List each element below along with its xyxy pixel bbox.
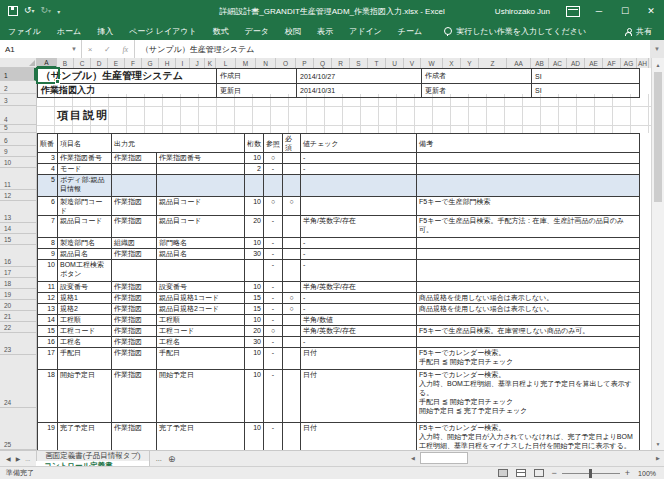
cancel-formula-icon[interactable]: × bbox=[88, 45, 93, 54]
updated-label-cell[interactable]: 更新日 bbox=[217, 84, 297, 98]
created-label-cell[interactable]: 作成日 bbox=[217, 69, 297, 84]
cell-digits[interactable] bbox=[245, 175, 264, 197]
row-header[interactable]: 6 bbox=[0, 133, 36, 146]
cell-ref[interactable]: ○ bbox=[264, 197, 283, 216]
ribbon-display-options-icon[interactable] bbox=[560, 0, 586, 22]
scroll-left-icon[interactable]: ◀ bbox=[408, 452, 418, 465]
cell-src2[interactable]: 完了予定日 bbox=[157, 423, 245, 451]
column-header[interactable]: I bbox=[176, 58, 190, 68]
cell-src1[interactable]: 作業指図 bbox=[112, 216, 157, 238]
prev-sheet-icon[interactable]: ◀ bbox=[6, 455, 11, 462]
cell-no[interactable]: 16 bbox=[38, 337, 58, 348]
cell-check[interactable]: 半角/英数字/存在 bbox=[301, 282, 417, 293]
cell-name[interactable]: 親品目コード bbox=[58, 216, 112, 238]
cell-remark[interactable] bbox=[417, 315, 640, 326]
cell-remark[interactable] bbox=[417, 282, 640, 293]
row-header[interactable]: 24 bbox=[0, 355, 36, 408]
cell-src2[interactable]: 親品目規格2コード bbox=[157, 304, 245, 315]
cell-src1[interactable]: 作業指図 bbox=[112, 423, 157, 451]
cell-src2[interactable]: 部門略名 bbox=[157, 238, 245, 249]
cell-no[interactable]: 5 bbox=[38, 175, 58, 197]
row-header[interactable]: 20 bbox=[0, 300, 36, 311]
cell-req[interactable] bbox=[283, 164, 301, 175]
column-header[interactable]: D bbox=[91, 58, 108, 68]
sheet-overflow-right[interactable]: ... bbox=[156, 454, 162, 463]
maximize-button[interactable]: ☐ bbox=[612, 0, 638, 22]
column-header[interactable]: AF bbox=[603, 58, 621, 68]
cell-name[interactable]: 規格2 bbox=[58, 304, 112, 315]
row-header[interactable]: 19 bbox=[0, 289, 36, 300]
cell-check[interactable]: - bbox=[301, 153, 417, 164]
column-header[interactable]: J bbox=[190, 58, 205, 68]
cell-req[interactable] bbox=[283, 282, 301, 293]
column-header[interactable]: Q bbox=[314, 58, 332, 68]
row-header[interactable]: 1 bbox=[0, 68, 36, 81]
cell-check[interactable]: - bbox=[301, 337, 417, 348]
cell-no[interactable]: 13 bbox=[38, 304, 58, 315]
cell-src1[interactable]: 作業指図 bbox=[112, 304, 157, 315]
cell-src1[interactable]: 作業指図 bbox=[112, 315, 157, 326]
row-header[interactable]: 16 bbox=[0, 245, 36, 267]
cell-ref[interactable]: - bbox=[264, 304, 283, 315]
close-button[interactable]: ✕ bbox=[638, 0, 664, 22]
cell-src1[interactable] bbox=[112, 175, 157, 197]
zoom-slider[interactable] bbox=[562, 473, 620, 474]
cell-name[interactable]: 設変番号 bbox=[58, 282, 112, 293]
expand-formula-bar-icon[interactable]: ▼ bbox=[650, 40, 664, 58]
cell-grid[interactable]: （サンプル）生産管理システム 作成日 2014/10/27 作成者 SI 作業指… bbox=[37, 68, 651, 450]
column-header[interactable]: O bbox=[276, 58, 296, 68]
updated-date-cell[interactable]: 2014/10/31 bbox=[297, 84, 422, 98]
cell-src1[interactable] bbox=[112, 260, 157, 282]
cell-ref[interactable]: - bbox=[264, 337, 283, 348]
ribbon-tab-チーム[interactable]: チーム bbox=[390, 22, 430, 40]
cell-req[interactable] bbox=[283, 315, 301, 326]
cell-remark[interactable] bbox=[417, 153, 640, 164]
cell-ref[interactable]: ○ bbox=[264, 153, 283, 164]
cell-remark[interactable] bbox=[417, 249, 640, 260]
row-header[interactable]: 4 bbox=[0, 106, 36, 125]
column-header[interactable]: A bbox=[37, 58, 57, 68]
cell-ref[interactable]: - bbox=[264, 348, 283, 370]
cell-digits[interactable]: 10 bbox=[245, 423, 264, 451]
cell-check[interactable]: - bbox=[301, 260, 417, 282]
scroll-down-icon[interactable]: ▼ bbox=[652, 437, 664, 450]
cell-src2[interactable]: 親品目名 bbox=[157, 249, 245, 260]
name-box[interactable]: A1 ▼ bbox=[0, 40, 82, 58]
cell-req[interactable] bbox=[283, 326, 301, 337]
cell-remark[interactable] bbox=[417, 337, 640, 348]
column-header[interactable]: P bbox=[296, 58, 314, 68]
cell-name[interactable]: 完了予定日 bbox=[58, 423, 112, 451]
redo-icon[interactable]: ↻▾ bbox=[41, 6, 52, 16]
customize-qat-icon[interactable]: ▾ bbox=[57, 8, 60, 15]
cell-check[interactable] bbox=[301, 175, 417, 197]
cell-check[interactable]: 日付 bbox=[301, 348, 417, 370]
cell-remark[interactable] bbox=[417, 260, 640, 282]
cell-no[interactable]: 18 bbox=[38, 370, 58, 423]
cell-no[interactable]: 17 bbox=[38, 348, 58, 370]
cell-digits[interactable]: 10 bbox=[245, 282, 264, 293]
cell-no[interactable]: 19 bbox=[38, 423, 58, 451]
undo-icon[interactable]: ↺▾ bbox=[24, 6, 35, 16]
column-header[interactable]: B bbox=[57, 58, 74, 68]
cell-digits[interactable]: 20 bbox=[245, 326, 264, 337]
cell-remark[interactable]: F5キーで生産品目検索。在庫管理しない商品のみ可。 bbox=[417, 326, 640, 337]
cell-req[interactable] bbox=[283, 348, 301, 370]
column-header[interactable]: R bbox=[332, 58, 350, 68]
column-header[interactable]: F bbox=[125, 58, 142, 68]
tell-me-box[interactable]: 実行したい作業を入力してください bbox=[444, 26, 586, 37]
cell-no[interactable]: 11 bbox=[38, 282, 58, 293]
cell-no[interactable]: 4 bbox=[38, 164, 58, 175]
cell-src1[interactable]: 作業指図 bbox=[112, 348, 157, 370]
scroll-right-icon[interactable]: ▶ bbox=[652, 452, 664, 465]
cell-digits[interactable]: 15 bbox=[245, 293, 264, 304]
cell-check[interactable]: 半角/数値 bbox=[301, 315, 417, 326]
row-header[interactable]: 13 bbox=[0, 201, 36, 223]
cell-ref[interactable] bbox=[264, 175, 283, 197]
cell-src1[interactable]: 作業指図 bbox=[112, 293, 157, 304]
row-header[interactable]: 22 bbox=[0, 322, 36, 333]
cell-digits[interactable]: 10 bbox=[245, 370, 264, 423]
cell-remark[interactable]: 商品規格を使用しない場合は表示しない。 bbox=[417, 293, 640, 304]
cell-src1[interactable]: 作業指図 bbox=[112, 153, 157, 164]
created-date-cell[interactable]: 2014/10/27 bbox=[297, 69, 422, 84]
cell-ref[interactable]: - bbox=[264, 315, 283, 326]
